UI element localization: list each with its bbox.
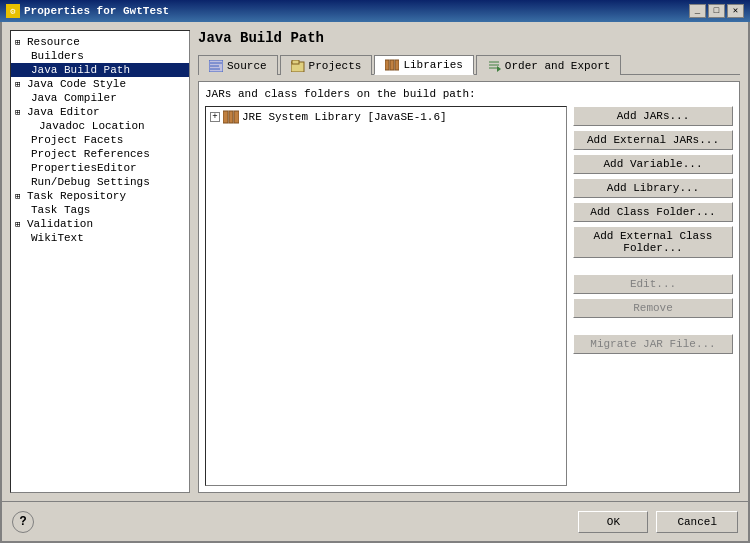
sidebar-item-builders[interactable]: Builders — [11, 49, 189, 63]
title-text: Properties for GwtTest — [24, 5, 169, 17]
tree-list[interactable]: + JRE System Library [JavaSE-1.6] — [205, 106, 567, 486]
add-external-jars-button[interactable]: Add External JARs... — [573, 130, 733, 150]
svg-rect-6 — [385, 60, 389, 70]
expand-icon-validation: ⊞ — [15, 219, 25, 230]
jre-library-icon — [223, 110, 239, 124]
sidebar-item-properties-editor[interactable]: PropertiesEditor — [11, 161, 189, 175]
sidebar-item-label-java-compiler: Java Compiler — [31, 92, 117, 104]
sidebar-item-label-java-build-path: Java Build Path — [31, 64, 130, 76]
add-library-button[interactable]: Add Library... — [573, 178, 733, 198]
expand-icon-java-editor: ⊞ — [15, 107, 25, 118]
add-jars-button[interactable]: Add JARs... — [573, 106, 733, 126]
tab-libraries[interactable]: Libraries — [374, 55, 473, 75]
buttons-panel: Add JARs... Add External JARs... Add Var… — [573, 106, 733, 486]
tab-order-export[interactable]: Order and Export — [476, 55, 622, 75]
sidebar-item-resource[interactable]: ⊞ Resource — [11, 35, 189, 49]
sidebar-item-label-javadoc-location: Javadoc Location — [39, 120, 145, 132]
tree-item-jre-system-library[interactable]: + JRE System Library [JavaSE-1.6] — [208, 109, 564, 125]
sidebar-item-task-repository[interactable]: ⊞ Task Repository — [11, 189, 189, 203]
sidebar-item-java-compiler[interactable]: Java Compiler — [11, 91, 189, 105]
title-buttons: _ □ ✕ — [689, 4, 744, 18]
tab-projects[interactable]: Projects — [280, 55, 373, 75]
add-variable-button[interactable]: Add Variable... — [573, 154, 733, 174]
maximize-button[interactable]: □ — [708, 4, 725, 18]
close-button[interactable]: ✕ — [727, 4, 744, 18]
add-class-folder-button[interactable]: Add Class Folder... — [573, 202, 733, 222]
jre-system-library-label: JRE System Library [JavaSE-1.6] — [242, 111, 447, 123]
expand-icon-resource: ⊞ — [15, 37, 25, 48]
sidebar-item-task-tags[interactable]: Task Tags — [11, 203, 189, 217]
tree-expand-jre[interactable]: + — [210, 112, 220, 122]
sidebar-item-label-java-editor: Java Editor — [27, 106, 100, 118]
help-button[interactable]: ? — [12, 511, 34, 533]
sidebar-item-label-builders: Builders — [31, 50, 84, 62]
button-spacer-2 — [573, 322, 733, 330]
sidebar-item-java-code-style[interactable]: ⊞ Java Code Style — [11, 77, 189, 91]
sidebar-item-javadoc-location[interactable]: Javadoc Location — [11, 119, 189, 133]
title-icon: ⚙ — [6, 4, 20, 18]
tabs: Source Projects — [198, 54, 740, 75]
bottom-bar: ? OK Cancel — [2, 501, 748, 541]
dialog: ⊞ Resource Builders Java Build Path ⊞ Ja… — [0, 22, 750, 543]
sidebar-item-label-project-references: Project References — [31, 148, 150, 160]
sidebar-item-wikitext[interactable]: WikiText — [11, 231, 189, 245]
libraries-icon — [385, 59, 399, 71]
svg-rect-8 — [395, 60, 399, 70]
sidebar-item-label-project-facets: Project Facets — [31, 134, 123, 146]
migrate-jar-button[interactable]: Migrate JAR File... — [573, 334, 733, 354]
svg-rect-5 — [292, 60, 299, 64]
sidebar-item-label-resource: Resource — [27, 36, 80, 48]
panel-title: Java Build Path — [198, 30, 740, 46]
sidebar-item-project-facets[interactable]: Project Facets — [11, 133, 189, 147]
list-and-buttons: + JRE System Library [JavaSE-1.6] — [205, 106, 733, 486]
sidebar-item-label-task-repository: Task Repository — [27, 190, 126, 202]
svg-rect-14 — [229, 111, 233, 123]
cancel-button[interactable]: Cancel — [656, 511, 738, 533]
sidebar-item-label-java-code-style: Java Code Style — [27, 78, 126, 90]
tab-content: JARs and class folders on the build path… — [198, 81, 740, 493]
svg-rect-7 — [390, 60, 394, 70]
tab-source-label: Source — [227, 60, 267, 72]
sidebar: ⊞ Resource Builders Java Build Path ⊞ Ja… — [10, 30, 190, 493]
projects-icon — [291, 60, 305, 72]
tab-order-export-label: Order and Export — [505, 60, 611, 72]
sidebar-item-label-run-debug-settings: Run/Debug Settings — [31, 176, 150, 188]
minimize-button[interactable]: _ — [689, 4, 706, 18]
svg-marker-12 — [497, 66, 501, 72]
ok-button[interactable]: OK — [578, 511, 648, 533]
source-icon — [209, 60, 223, 72]
title-bar: ⚙ Properties for GwtTest _ □ ✕ — [0, 0, 750, 22]
sidebar-item-run-debug-settings[interactable]: Run/Debug Settings — [11, 175, 189, 189]
expand-icon-java-code-style: ⊞ — [15, 79, 25, 90]
svg-rect-13 — [223, 111, 228, 123]
tab-description: JARs and class folders on the build path… — [205, 88, 733, 100]
sidebar-item-project-references[interactable]: Project References — [11, 147, 189, 161]
button-spacer — [573, 262, 733, 270]
remove-button[interactable]: Remove — [573, 298, 733, 318]
sidebar-item-label-task-tags: Task Tags — [31, 204, 90, 216]
add-external-class-folder-button[interactable]: Add External Class Folder... — [573, 226, 733, 258]
edit-button[interactable]: Edit... — [573, 274, 733, 294]
tab-source[interactable]: Source — [198, 55, 278, 75]
order-export-icon — [487, 60, 501, 72]
tab-projects-label: Projects — [309, 60, 362, 72]
sidebar-item-label-wikitext: WikiText — [31, 232, 84, 244]
ok-cancel-buttons: OK Cancel — [578, 511, 738, 533]
sidebar-item-validation[interactable]: ⊞ Validation — [11, 217, 189, 231]
sidebar-item-label-properties-editor: PropertiesEditor — [31, 162, 137, 174]
tab-libraries-label: Libraries — [403, 59, 462, 71]
sidebar-item-java-editor[interactable]: ⊞ Java Editor — [11, 105, 189, 119]
sidebar-item-java-build-path[interactable]: Java Build Path — [11, 63, 189, 77]
sidebar-item-label-validation: Validation — [27, 218, 93, 230]
expand-icon-task-repository: ⊞ — [15, 191, 25, 202]
right-panel: Java Build Path Source — [194, 22, 748, 501]
svg-rect-15 — [234, 111, 239, 123]
content-area: ⊞ Resource Builders Java Build Path ⊞ Ja… — [2, 22, 748, 501]
